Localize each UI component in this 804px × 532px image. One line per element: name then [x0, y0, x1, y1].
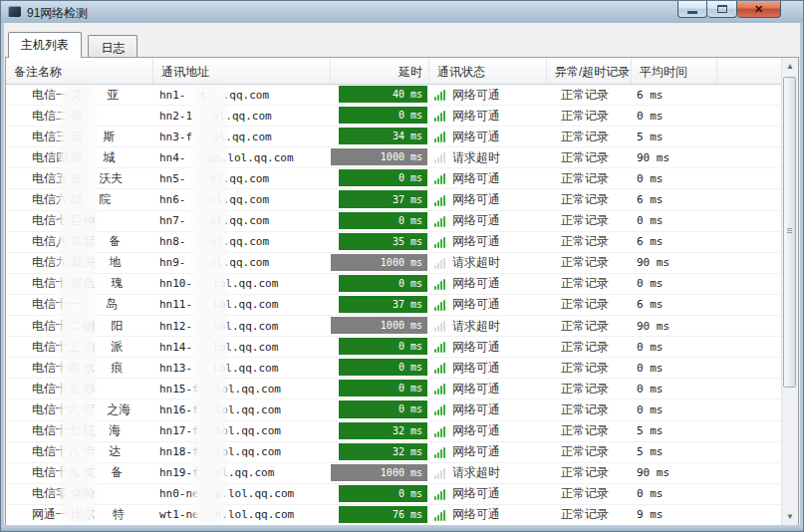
delay-cell: 0 ms	[331, 379, 429, 399]
record-cell: 正常记录	[547, 147, 632, 167]
vertical-scrollbar[interactable]: ▲ ▼	[781, 58, 798, 525]
table-row[interactable]: 电信八 雷瑟备hn8-ol.qq.com35 ms网络可通正常记录6 ms	[6, 232, 781, 253]
table-row[interactable]: 电信十七 征海hn17-flol.qq.com32 ms网络可通正常记录5 ms	[6, 421, 781, 442]
comm-address-cell-text: lol.qq.com	[212, 277, 278, 290]
signal-bars-icon	[434, 110, 446, 122]
header-error-record[interactable]: 异常/超时记录	[547, 58, 632, 84]
comm-address-cell-text: lol.qq.com	[215, 383, 281, 396]
avg-time-cell: 0 ms	[632, 211, 717, 231]
table-row[interactable]: 电信十四 水痕hn13-lol.qq.com0 ms网络可通正常记录0 ms	[6, 358, 781, 379]
comm-address-cell-text: hn6-	[159, 193, 186, 206]
header-comm-status[interactable]: 通讯状态	[429, 58, 547, 84]
remark-name-cell: 网通一 比尔特	[6, 505, 153, 525]
remark-name-cell-text: 城	[103, 149, 115, 166]
table-row[interactable]: 电信二 祖hn2-1ol.qq.com0 ms网络可通正常记录0 ms	[6, 106, 781, 127]
status-text: 网络可通	[452, 212, 500, 229]
scrollbar-thumb[interactable]	[783, 77, 796, 388]
minimize-button[interactable]	[677, 1, 707, 18]
status-cell: 网络可通	[429, 85, 547, 105]
comm-address-cell-text: lol.qq.com	[212, 362, 278, 375]
censored-text	[95, 262, 109, 263]
remark-name-cell-text: 电信九 裁决	[32, 254, 95, 271]
scroll-down-icon[interactable]: ▼	[783, 509, 797, 524]
remark-name-cell-text: 电信十七 征	[32, 422, 95, 439]
signal-bars-icon	[434, 236, 446, 248]
comm-address-cell: hn15-flol.qq.com	[153, 379, 331, 399]
table-row[interactable]: 电信七 巨神hn7-ol.qq.com0 ms网络可通正常记录0 ms	[6, 211, 781, 232]
comm-address-cell-text: hn14-	[159, 341, 192, 354]
comm-address-cell: hn5-ol.qq.com	[153, 168, 331, 188]
censored-text	[95, 347, 111, 348]
status-text: 网络可通	[452, 87, 500, 104]
table-row[interactable]: 电信零 体验hn0-nep.lol.qq.com0 ms网络可通正常记录0 ms	[6, 484, 781, 505]
table-row[interactable]: 电信四 班城hn4-pp.lol.qq.com1000 ms请求超时正常记录90…	[6, 147, 781, 168]
table-row[interactable]: 电信三 诺斯hn3-fol.qq.com34 ms网络可通正常记录5 ms	[6, 127, 781, 147]
table-row[interactable]: 电信十五 影hn15-flol.qq.com0 ms网络可通正常记录0 ms	[6, 379, 781, 399]
empty-cell	[717, 484, 781, 504]
record-cell: 正常记录	[547, 379, 632, 399]
censored-text	[95, 472, 111, 473]
empty-cell	[717, 232, 781, 252]
maximize-button[interactable]	[707, 1, 737, 18]
table-row[interactable]: 电信十 黑色瑰hn10-lol.qq.com0 ms网络可通正常记录0 ms	[6, 274, 781, 295]
signal-bars-icon	[434, 320, 446, 332]
remark-name-cell-text: 特	[113, 506, 125, 523]
table-row[interactable]: 电信十九 皮备hn19-fol.qq.com1000 ms请求超时正常记录90 …	[6, 463, 781, 484]
remark-name-cell: 电信四 班城	[6, 147, 153, 167]
censored-text	[95, 241, 109, 242]
record-cell: 正常记录	[547, 232, 632, 252]
remark-name-cell-text: 网通一 比尔	[32, 506, 95, 523]
header-avg-time[interactable]: 平均时间	[632, 58, 717, 84]
status-text: 请求超时	[452, 318, 500, 335]
comm-address-cell: hn1-t..qq.com	[153, 85, 331, 105]
maximize-icon	[717, 5, 727, 13]
header-remark-name[interactable]: 备注名称	[6, 58, 153, 84]
status-cell: 网络可通	[429, 232, 547, 252]
table-row[interactable]: 电信十三 均派hn14-lol.qq.com0 ms网络可通正常记录0 ms	[6, 337, 781, 358]
delay-cell: 76 ms	[331, 505, 429, 525]
table-row[interactable]: 电信一 艾亚hn1-t..qq.com40 ms网络可通正常记录6 ms	[6, 85, 781, 106]
header-delay[interactable]: 延时	[331, 58, 429, 84]
status-text: 网络可通	[452, 108, 500, 125]
scroll-up-icon[interactable]: ▲	[783, 59, 797, 74]
tab-host-list[interactable]: 主机列表	[8, 32, 82, 58]
close-button[interactable]: ✕	[737, 1, 781, 18]
delay-cell: 0 ms	[331, 168, 429, 188]
table-row[interactable]: 电信九 裁决地hn9-ol.qq.com1000 ms请求超时正常记录90 ms	[6, 253, 781, 274]
table-row[interactable]: 电信十一 岛hn11-lol.qq.com37 ms网络可通正常记录6 ms	[6, 295, 781, 316]
client-area: 主机列表 日志 备注名称 通讯地址 延时 通讯状态 异常/超时记录 平均时间 电…	[4, 23, 800, 525]
status-cell: 网络可通	[429, 399, 547, 419]
table-row[interactable]: 网通一 比尔特wt1-nen.lol.qq.com76 ms网络可通正常记录9 …	[6, 505, 781, 525]
table-row[interactable]: 电信六 战院hn6-ol.qq.com37 ms网络可通正常记录6 ms	[6, 189, 781, 210]
record-cell: 正常记录	[547, 337, 632, 357]
remark-name-cell: 电信十九 皮备	[6, 463, 153, 483]
comm-address-cell-text: hn11-	[159, 298, 192, 311]
comm-address-cell-text: lol.qq.com	[212, 320, 278, 333]
tab-log[interactable]: 日志	[88, 35, 137, 57]
header-comm-address[interactable]: 通讯地址	[153, 58, 331, 84]
table-row[interactable]: 电信五 皮沃夫hn5-ol.qq.com0 ms网络可通正常记录0 ms	[6, 168, 781, 189]
delay-cell: 0 ms	[331, 337, 429, 357]
record-cell: 正常记录	[547, 316, 632, 336]
delay-cell: 32 ms	[331, 421, 429, 441]
comm-address-cell: hn10-lol.qq.com	[153, 274, 331, 294]
avg-time-cell: 0 ms	[632, 106, 717, 126]
table-row[interactable]: 电信十八 卡达hn18-flol.qq.com32 ms网络可通正常记录5 ms	[6, 442, 781, 463]
signal-bars-icon	[434, 488, 446, 500]
host-list-panel: 备注名称 通讯地址 延时 通讯状态 异常/超时记录 平均时间 电信一 艾亚hn1…	[5, 57, 799, 525]
censored-text	[186, 199, 210, 200]
status-text: 网络可通	[452, 170, 500, 187]
avg-time-cell: 0 ms	[632, 274, 717, 294]
comm-address-cell: hn18-flol.qq.com	[153, 442, 331, 462]
table-row[interactable]: 电信十六 守之海hn16-flol.qq.com0 ms网络可通正常记录0 ms	[6, 399, 781, 420]
status-text: 网络可通	[452, 443, 500, 460]
status-cell: 网络可通	[429, 484, 547, 504]
censored-text	[199, 451, 215, 452]
remark-name-cell: 电信十五 影	[6, 379, 153, 399]
censored-text	[95, 451, 109, 452]
title-bar[interactable]: 91网络检测 ✕	[1, 1, 803, 23]
delay-cell: 0 ms	[331, 274, 429, 294]
censored-text	[186, 241, 210, 242]
table-row[interactable]: 电信十二 钢阳hn12-lol.qq.com1000 ms请求超时正常记录90 …	[6, 316, 781, 337]
censored-text	[199, 389, 215, 390]
